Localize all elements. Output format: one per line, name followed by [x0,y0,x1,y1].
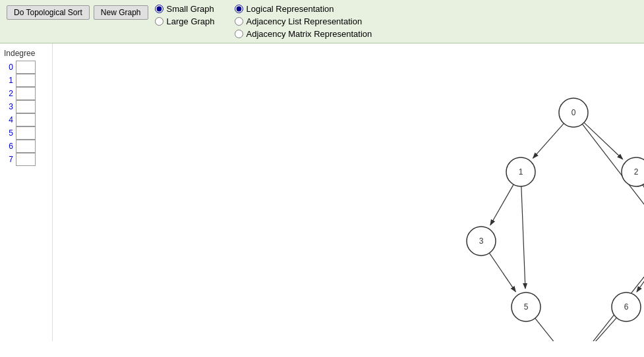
indegree-cell [16,140,36,153]
indegree-cell [16,87,36,100]
indegree-cell [16,100,36,113]
indegree-node-num: 3 [4,102,13,111]
small-graph-option[interactable]: Small Graph [155,4,215,14]
indegree-node-num: 6 [4,142,13,151]
indegree-label: Indegree [4,49,48,58]
adjacency-matrix-option[interactable]: Adjacency Matrix Representation [235,29,372,39]
graph-edge [489,253,515,292]
node-label: 2 [634,167,639,177]
adjacency-matrix-label: Adjacency Matrix Representation [247,29,372,39]
new-graph-button[interactable]: New Graph [94,5,148,20]
indegree-cell [16,74,36,87]
graph-area: 01234567 [53,43,644,341]
indegree-row: 3 [4,100,48,113]
radio-groups: Small Graph Large Graph Logical Represen… [155,4,372,39]
graph-edge [521,186,525,288]
graph-node: 0 [559,98,588,127]
graph-size-group: Small Graph Large Graph [155,4,215,39]
indegree-node-num: 1 [4,76,13,85]
node-label: 6 [624,302,629,312]
indegree-node-num: 4 [4,115,13,124]
indegree-row: 6 [4,140,48,153]
graph-node: 3 [467,227,496,256]
indegree-cell [16,126,36,140]
large-graph-label: Large Graph [167,16,215,26]
indegree-node-num: 0 [4,63,13,72]
graph-node: 1 [506,157,535,186]
main-content: Indegree 01234567 01234567 [0,43,644,341]
indegree-node-num: 5 [4,128,13,138]
logical-rep-label: Logical Representation [247,4,334,14]
indegree-row: 0 [4,61,48,74]
topo-sort-button[interactable]: Do Topological Sort [7,5,90,20]
node-circle [622,157,644,186]
indegree-panel: Indegree 01234567 [0,43,53,341]
logical-rep-option[interactable]: Logical Representation [235,4,372,14]
indegree-table: 01234567 [4,61,48,166]
graph-edge [490,184,513,225]
node-label: 0 [571,108,576,117]
graph-edge [535,318,562,341]
toolbar-buttons: Do Topological Sort New Graph [7,4,148,20]
adjacency-list-option[interactable]: Adjacency List Representation [235,16,372,26]
indegree-node-num: 7 [4,155,13,164]
indegree-row: 2 [4,87,48,100]
graph-edge [533,123,564,158]
representation-group: Logical Representation Adjacency List Re… [235,4,372,39]
graph-svg: 01234567 [53,43,644,341]
graph-node: 6 [612,292,641,321]
graph-edge [586,317,617,341]
toolbar: Do Topological Sort New Graph Small Grap… [0,0,644,43]
graph-node: 2 [622,157,644,186]
adjacency-list-label: Adjacency List Representation [247,16,363,26]
indegree-cell [16,113,36,126]
indegree-row: 1 [4,74,48,87]
indegree-node-num: 2 [4,89,13,98]
indegree-cell [16,153,36,166]
graph-edge [584,123,623,159]
indegree-row: 4 [4,113,48,126]
large-graph-option[interactable]: Large Graph [155,16,215,26]
node-label: 1 [519,167,523,177]
node-label: 3 [479,236,484,246]
graph-edge [637,253,644,292]
graph-node: 5 [512,292,541,321]
indegree-row: 7 [4,153,48,166]
node-label: 5 [524,302,529,312]
small-graph-label: Small Graph [167,4,214,14]
indegree-cell [16,61,36,74]
indegree-row: 5 [4,126,48,140]
